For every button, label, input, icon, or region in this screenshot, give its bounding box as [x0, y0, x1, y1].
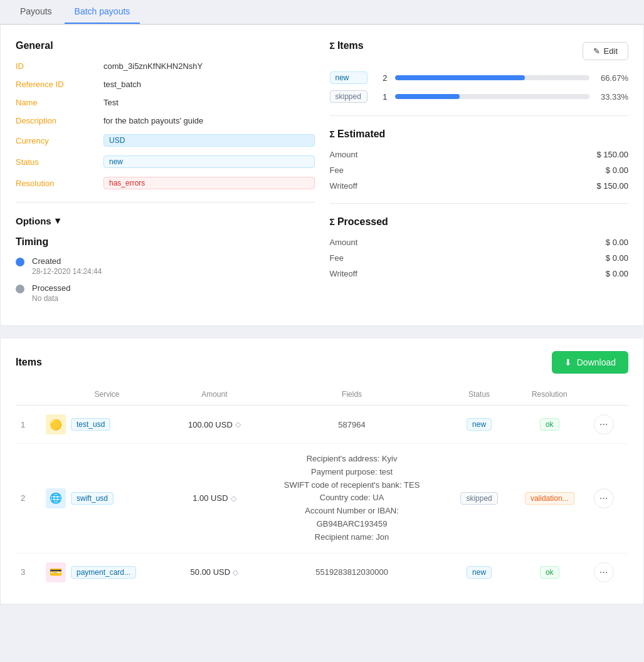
status-badge: skipped: [460, 492, 497, 505]
estimated-title: ΣEstimated: [330, 129, 629, 140]
resolution-badge: ok: [540, 566, 559, 579]
stat-pct: 33.33%: [597, 92, 628, 102]
processed-section: ΣProcessed Amount $ 0.00 Fee $ 0.00 Writ…: [330, 216, 629, 278]
timing-section: Timing Created 28-12-2020 14:24:44 Proce…: [16, 236, 315, 303]
diamond-icon: ◇: [235, 420, 241, 429]
processed-rows: Amount $ 0.00 Fee $ 0.00 Writeoff $ 0.00: [330, 238, 629, 278]
amount-cell: 100.00 USD ◇: [173, 406, 256, 444]
timing-label: Processed: [32, 283, 70, 293]
field-row: Descriptionfor the batch payouts' guide: [16, 116, 315, 125]
money-row: Amount $ 150.00: [330, 150, 629, 159]
resolution-badge: validation...: [525, 492, 574, 505]
edit-label: Edit: [604, 46, 618, 56]
field-badge: new: [103, 155, 315, 168]
field-row: NameTest: [16, 98, 315, 107]
money-label: Writeoff: [330, 181, 357, 191]
row-number: 3: [16, 553, 41, 591]
tab-batch-payouts[interactable]: Batch payouts: [65, 0, 140, 24]
action-cell: ···: [589, 444, 628, 554]
amount-value: 1.00 USD: [193, 493, 228, 503]
status-badge: new: [467, 418, 492, 431]
service-cell: 🟡 test_usd: [41, 406, 173, 444]
service-icon: 💳: [46, 562, 66, 582]
timing-dot: [16, 258, 24, 266]
fields-cell: 587964: [256, 406, 448, 444]
field-value: Test: [103, 98, 315, 107]
action-cell: ···: [589, 553, 628, 591]
status-cell: new: [448, 406, 510, 444]
more-button[interactable]: ···: [594, 488, 614, 508]
status-cell: skipped: [448, 444, 510, 554]
table-column-header: Service: [41, 384, 173, 406]
items-summary-header: ΣItems ✎ Edit: [330, 40, 629, 61]
money-label: Amount: [330, 150, 358, 159]
table-column-header: Resolution: [510, 384, 589, 406]
left-column: General IDcomb_3i5znKfNKHN2NshYReference…: [16, 40, 315, 310]
table-column-header: [16, 384, 41, 406]
edit-button[interactable]: ✎ Edit: [583, 42, 628, 60]
diamond-icon: ◇: [231, 494, 236, 503]
field-row: CurrencyUSD: [16, 134, 315, 147]
timing-dot: [16, 285, 24, 293]
download-label: Download: [577, 357, 616, 367]
item-stat-row: skipped 1 33.33%: [330, 90, 629, 103]
service-icon: 🟡: [46, 414, 66, 434]
download-button[interactable]: ⬇ Download: [552, 351, 628, 374]
items-section-header: Items ⬇ Download: [16, 351, 628, 374]
row-number: 1: [16, 406, 41, 444]
service-cell: 🌐 swift_usd: [41, 444, 173, 554]
amount-cell: 50.00 USD ◇: [173, 553, 256, 591]
table-column-header: Fields: [256, 384, 448, 406]
money-label: Amount: [330, 238, 358, 247]
service-cell: 💳 payment_card...: [41, 553, 173, 591]
progress-bar-fill: [395, 94, 460, 99]
money-value: $ 0.00: [606, 269, 628, 278]
table-column-header: Status: [448, 384, 510, 406]
money-value: $ 0.00: [606, 238, 628, 247]
money-value: $ 0.00: [606, 253, 628, 263]
amount-value: 100.00 USD: [188, 420, 233, 429]
resolution-badge: ok: [540, 418, 559, 431]
more-button[interactable]: ···: [594, 562, 614, 582]
field-label: Description: [16, 116, 103, 125]
sigma-icon: Σ: [330, 41, 335, 51]
tab-payouts[interactable]: Payouts: [10, 0, 62, 24]
field-label: Name: [16, 98, 103, 107]
table-column-header: Amount: [173, 384, 256, 406]
timing-item: Created 28-12-2020 14:24:44: [16, 256, 315, 276]
table-body: 1 🟡 test_usd 100.00 USD ◇ 587964newok···…: [16, 406, 628, 591]
stat-badge: skipped: [330, 90, 367, 103]
main-card: General IDcomb_3i5znKfNKHN2NshYReference…: [0, 24, 644, 326]
general-fields: IDcomb_3i5znKfNKHN2NshYReference IDtest_…: [16, 61, 315, 189]
item-stat-row: new 2 66.67%: [330, 71, 629, 84]
more-button[interactable]: ···: [594, 414, 614, 434]
status-badge: new: [467, 566, 492, 579]
timing-date: No data: [32, 294, 70, 303]
edit-icon: ✎: [593, 46, 600, 56]
table-head: ServiceAmountFieldsStatusResolution: [16, 384, 628, 406]
timing-item: Processed No data: [16, 283, 315, 303]
sigma-icon-3: Σ: [330, 217, 335, 227]
processed-title: ΣProcessed: [330, 216, 629, 228]
items-table-wrapper: ServiceAmountFieldsStatusResolution 1 🟡 …: [16, 384, 628, 591]
row-number: 2: [16, 444, 41, 554]
field-badge: USD: [103, 134, 315, 147]
table-row: 3 💳 payment_card... 50.00 USD ◇ 55192838…: [16, 553, 628, 591]
field-label: Reference ID: [16, 80, 103, 89]
diamond-icon: ◇: [233, 568, 238, 577]
item-stats: new 2 66.67% skipped 1 33.33%: [330, 71, 629, 103]
field-badge: has_errors: [103, 177, 315, 189]
money-label: Fee: [330, 253, 344, 263]
chevron-down-icon: ▾: [55, 215, 60, 226]
progress-bar: [395, 75, 590, 80]
table-row: 1 🟡 test_usd 100.00 USD ◇ 587964newok···: [16, 406, 628, 444]
timing-events: Created 28-12-2020 14:24:44 Processed No…: [16, 256, 315, 303]
stat-pct: 66.67%: [597, 73, 628, 83]
action-cell: ···: [589, 406, 628, 444]
stat-badge: new: [330, 71, 367, 84]
options-toggle[interactable]: Options ▾: [16, 215, 315, 226]
right-column: ΣItems ✎ Edit new 2 66.67% skipped 1 33.…: [330, 40, 629, 310]
items-summary-title: ΣItems: [330, 40, 364, 51]
resolution-cell: validation...: [510, 444, 589, 554]
general-title: General: [16, 40, 315, 51]
